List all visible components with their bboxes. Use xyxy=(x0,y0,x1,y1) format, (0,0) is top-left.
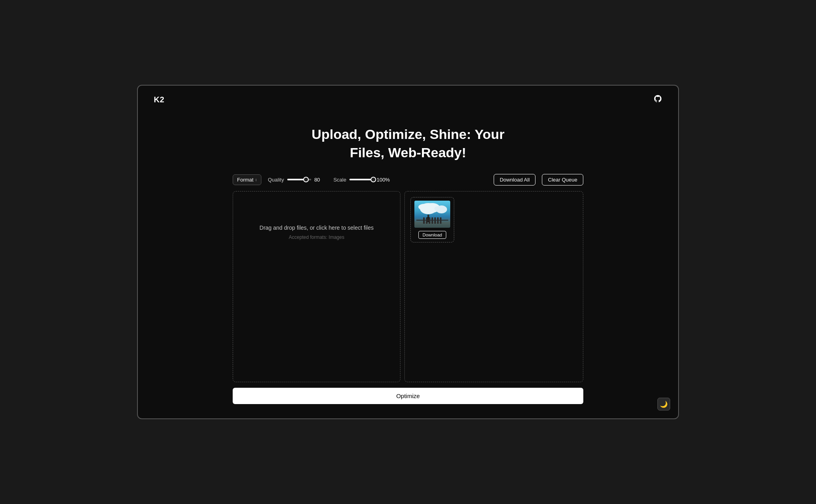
scale-value: 100% xyxy=(377,177,390,183)
main-content: Drag and drop files, or click here to se… xyxy=(225,191,591,382)
scale-slider[interactable] xyxy=(349,179,373,180)
scale-label: Scale xyxy=(333,177,347,183)
download-card-button[interactable]: Download xyxy=(418,231,447,239)
github-icon[interactable] xyxy=(653,94,662,105)
format-button[interactable]: Format xyxy=(233,174,261,185)
drop-zone-sub: Accepted formats: Images xyxy=(289,234,344,240)
hero-section: Upload, Optimize, Shine: Your Files, Web… xyxy=(138,113,678,174)
header: K2 xyxy=(138,86,678,113)
toolbar: Format Quality 80 Scale 100% Download Al… xyxy=(225,174,591,186)
fence xyxy=(414,215,450,224)
quality-value: 80 xyxy=(314,177,327,183)
hero-title: Upload, Optimize, Shine: Your Files, Web… xyxy=(146,125,670,162)
optimize-button[interactable]: Optimize xyxy=(233,388,583,404)
drop-zone-text: Drag and drop files, or click here to se… xyxy=(259,223,373,232)
moon-icon: 🌙 xyxy=(660,400,668,408)
download-all-button[interactable]: Download All xyxy=(494,174,536,186)
scale-group: Scale 100% xyxy=(333,177,390,183)
quality-group: Quality 80 xyxy=(268,177,327,183)
dark-mode-toggle[interactable]: 🌙 xyxy=(657,398,670,410)
clear-queue-button[interactable]: Clear Queue xyxy=(542,174,583,186)
drop-zone[interactable]: Drag and drop files, or click here to se… xyxy=(233,191,400,382)
app-logo: K2 xyxy=(154,95,165,104)
image-thumbnail xyxy=(414,201,450,228)
cloud-1 xyxy=(418,204,430,210)
output-zone: Download xyxy=(404,191,583,382)
quality-label: Quality xyxy=(268,177,284,183)
app-window: K2 Upload, Optimize, Shine: Your Files, … xyxy=(137,85,679,419)
quality-slider[interactable] xyxy=(287,179,311,180)
thumbnail-bg xyxy=(414,201,450,228)
image-card: Download xyxy=(410,197,454,242)
cloud-2 xyxy=(434,206,442,211)
optimize-bar: Optimize xyxy=(225,388,591,404)
